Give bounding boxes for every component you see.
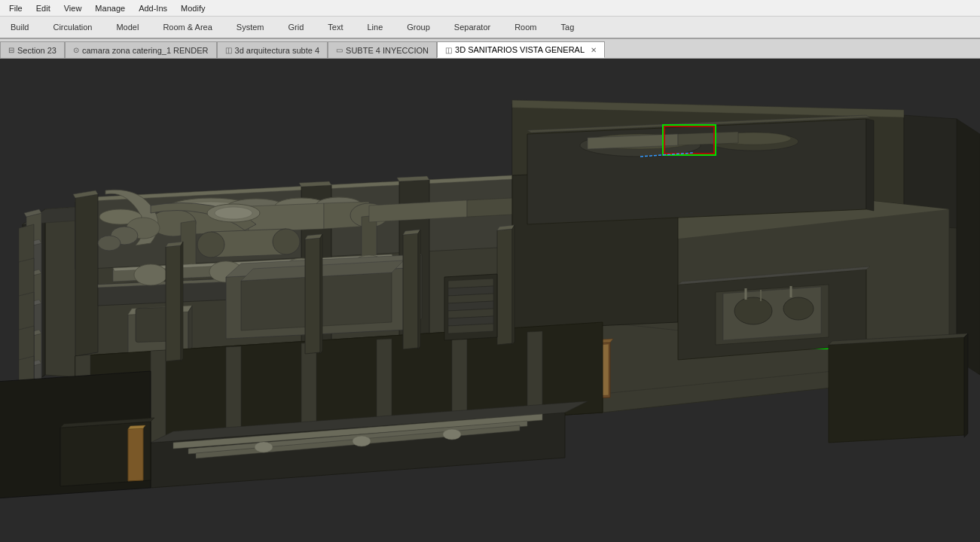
ribbon-grid[interactable]: Grid — [284, 21, 309, 33]
svg-marker-139 — [964, 333, 968, 437]
svg-marker-148 — [403, 233, 418, 349]
svg-point-116 — [734, 297, 772, 324]
menu-bar: File Edit View Manage Add-Ins Modify — [0, 0, 980, 17]
ribbon-text[interactable]: Text — [323, 21, 347, 33]
svg-point-117 — [783, 297, 814, 320]
tab-subte4-label: SUBTE 4 INYECCION — [346, 46, 429, 55]
tab-sanitarios-label: 3D SANITARIOS VISTA GENERAL — [455, 45, 585, 54]
tab-camara-label: camara zona catering_1 RENDER — [82, 46, 209, 55]
tab-section23[interactable]: ⊟ Section 23 — [0, 41, 65, 58]
svg-marker-154 — [166, 245, 181, 361]
svg-point-53 — [134, 264, 167, 285]
ribbon-build[interactable]: Build — [6, 21, 33, 33]
menu-view[interactable]: View — [58, 2, 88, 14]
ribbon: Build Circulation Model Room & Area Syst… — [0, 17, 980, 39]
svg-marker-145 — [305, 238, 320, 354]
svg-marker-153 — [512, 225, 514, 345]
svg-point-59 — [273, 229, 300, 254]
ribbon-model[interactable]: Model — [111, 21, 143, 33]
menu-addins[interactable]: Add-Ins — [133, 2, 173, 14]
svg-point-65 — [98, 236, 121, 251]
svg-marker-147 — [320, 234, 322, 354]
tab-section23-label: Section 23 — [17, 46, 56, 55]
viewport-3d[interactable] — [0, 59, 980, 542]
svg-marker-156 — [181, 242, 183, 361]
svg-point-134 — [255, 442, 273, 452]
ribbon-line[interactable]: Line — [362, 21, 387, 33]
svg-marker-123 — [151, 350, 166, 443]
tab-camara[interactable]: ⊙ camara zona catering_1 RENDER — [65, 41, 217, 58]
ribbon-room[interactable]: Room — [510, 21, 541, 33]
svg-marker-137 — [829, 337, 964, 443]
ribbon-room-area[interactable]: Room & Area — [158, 21, 216, 33]
svg-marker-45 — [249, 203, 324, 232]
3d-icon-sanitarios: ◫ — [445, 46, 452, 54]
svg-marker-124 — [226, 346, 241, 440]
svg-marker-144 — [128, 425, 145, 429]
tab-subte4[interactable]: ▭ SUBTE 4 INYECCION — [328, 41, 437, 58]
svg-marker-151 — [497, 229, 512, 345]
svg-marker-106 — [678, 132, 738, 145]
ribbon-tag[interactable]: Tag — [557, 21, 579, 33]
svg-point-61 — [215, 207, 252, 219]
svg-point-136 — [443, 429, 461, 440]
svg-marker-150 — [418, 230, 420, 349]
tab-arq3d-label: 3d arquitectura subte 4 — [235, 46, 320, 55]
building-render — [0, 59, 980, 542]
svg-marker-143 — [128, 428, 143, 481]
building-svg — [0, 59, 980, 542]
ribbon-system[interactable]: System — [232, 21, 269, 33]
tab-arq3d[interactable]: ◫ 3d arquitectura subte 4 — [217, 41, 328, 58]
section-icon: ⊟ — [8, 46, 14, 54]
ribbon-separator[interactable]: Separator — [450, 21, 495, 33]
svg-marker-29 — [75, 194, 98, 356]
camera-icon: ⊙ — [73, 46, 79, 54]
svg-marker-75 — [188, 306, 192, 353]
tab-sanitarios[interactable]: ◫ 3D SANITARIOS VISTA GENERAL ✕ — [437, 41, 605, 58]
svg-point-135 — [353, 436, 371, 446]
plan-icon: ▭ — [336, 46, 343, 54]
ribbon-group[interactable]: Group — [402, 21, 435, 33]
svg-marker-99 — [866, 119, 874, 211]
tabs-bar: ⊟ Section 23 ⊙ camara zona catering_1 RE… — [0, 39, 980, 59]
menu-file[interactable]: File — [3, 2, 29, 14]
menu-manage[interactable]: Manage — [89, 2, 131, 14]
menu-modify[interactable]: Modify — [175, 2, 211, 14]
ribbon-circulation[interactable]: Circulation — [48, 21, 96, 33]
svg-point-58 — [197, 232, 224, 257]
svg-marker-67 — [467, 198, 512, 217]
menu-edit[interactable]: Edit — [30, 2, 56, 14]
close-tab-sanitarios[interactable]: ✕ — [591, 46, 597, 54]
3d-icon-arq: ◫ — [225, 46, 232, 54]
